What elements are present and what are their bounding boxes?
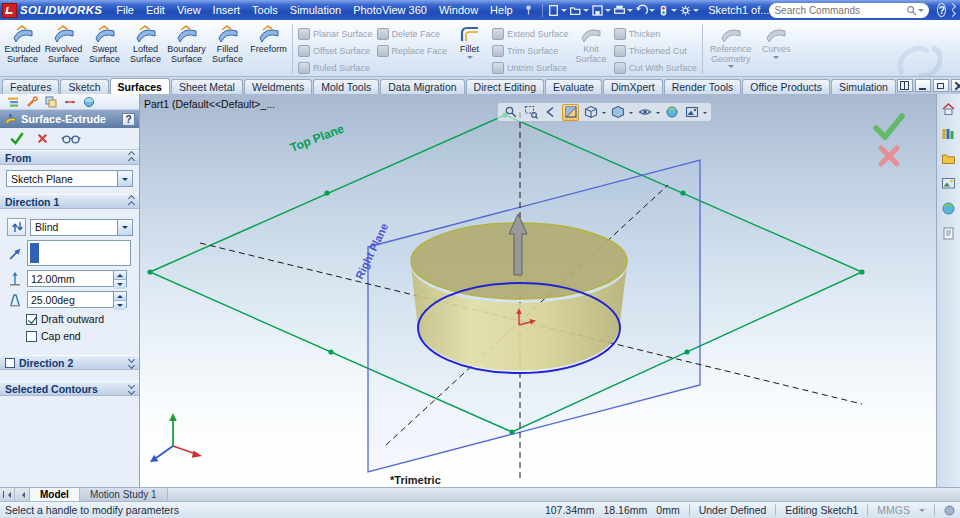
start-condition-dropdown[interactable]: Sketch Plane [6,170,133,187]
thickened-cut-button[interactable]: Thickened Cut [614,44,697,57]
menu-edit[interactable]: Edit [140,1,171,19]
menu-insert[interactable]: Insert [207,1,247,19]
extend-surface-button[interactable]: Extend Surface [492,27,569,40]
tab-sketch[interactable]: Sketch [60,79,108,94]
zoom-fit-icon[interactable] [502,104,519,121]
confirm-ok-icon[interactable] [872,112,906,140]
ok-check-icon[interactable] [9,131,24,146]
direction1-section-header[interactable]: Direction 1 [0,194,139,209]
open-icon[interactable] [569,4,589,17]
menu-help[interactable]: Help [484,1,519,19]
featuremanager-tree-icon[interactable] [7,96,19,108]
thicken-button[interactable]: Thicken [614,27,697,40]
titlebar-overflow-icon[interactable] [950,4,955,16]
dimxpertmanager-icon[interactable] [64,96,76,108]
close-window-icon[interactable] [951,79,960,92]
quick-tips-icon[interactable] [944,505,955,516]
menu-file[interactable]: File [110,1,140,19]
depth-spinner[interactable] [27,270,127,287]
delete-face-button[interactable]: Delete Face [377,27,448,40]
knit-surface-button[interactable]: Knit Surface [571,22,612,76]
menu-tools[interactable]: Tools [246,1,284,19]
expand-chevron-icon[interactable] [129,357,134,368]
spin-down-button[interactable] [114,279,126,289]
boundary-surface-button[interactable]: Boundary Surface [166,22,207,76]
tab-sheet-metal[interactable]: Sheet Metal [171,79,243,94]
print-icon[interactable] [613,4,633,17]
tab-weldments[interactable]: Weldments [244,79,312,94]
chevron-down-icon[interactable] [919,509,925,515]
untrim-surface-button[interactable]: Untrim Surface [492,61,569,74]
configurationmanager-icon[interactable] [45,96,57,108]
ruled-surface-button[interactable]: Ruled Surface [298,61,373,74]
lofted-surface-button[interactable]: Lofted Surface [125,22,166,76]
trim-surface-button[interactable]: Trim Surface [492,44,569,57]
menu-window[interactable]: Window [433,1,484,19]
spin-up-button[interactable] [114,271,126,279]
chevron-down-icon[interactable] [656,112,660,116]
zoom-area-icon[interactable] [522,104,539,121]
unit-system[interactable]: MMGS [877,504,910,516]
revolved-surface-button[interactable]: Revolved Surface [43,22,84,76]
edit-appearance-icon[interactable] [663,104,680,121]
save-icon[interactable] [591,4,611,17]
swept-surface-button[interactable]: Swept Surface [84,22,125,76]
custom-properties-icon[interactable] [941,226,956,241]
reverse-direction-button[interactable] [7,218,26,236]
section-view-icon[interactable] [562,104,579,121]
menu-simulation[interactable]: Simulation [284,1,347,19]
confirm-cancel-icon[interactable] [877,144,901,168]
toolbar-columns-icon[interactable] [897,79,913,92]
direction2-checkbox[interactable] [5,358,15,368]
tab-mold-tools[interactable]: Mold Tools [313,79,379,94]
cap-end-checkbox[interactable] [26,331,37,342]
previous-view-icon[interactable] [542,104,559,121]
extruded-surface-button[interactable]: Extruded Surface [2,22,43,76]
graphics-viewport[interactable]: Top Plane Right Plane *Trimetric [140,94,936,487]
direction2-section-header[interactable]: Direction 2 [0,355,139,370]
expand-chevron-icon[interactable] [129,383,134,394]
rebuild-icon[interactable] [657,4,677,17]
display-style-icon[interactable] [609,104,626,121]
home-icon[interactable] [941,101,956,116]
collapse-chevron-icon[interactable] [129,152,134,163]
menu-view[interactable]: View [171,1,207,19]
tab-model[interactable]: Model [30,488,80,501]
new-document-icon[interactable] [547,4,567,17]
collapse-chevron-icon[interactable] [129,196,134,207]
freeform-button[interactable]: Freeform [248,22,289,76]
apply-scene-icon[interactable] [683,104,700,121]
offset-surface-button[interactable]: Offset Surface [298,44,373,57]
chevron-down-icon[interactable] [602,112,606,116]
draft-outward-checkbox[interactable] [26,314,37,325]
filled-surface-button[interactable]: Filled Surface [207,22,248,76]
cancel-x-icon[interactable] [36,132,49,145]
spin-down-button[interactable] [114,300,126,310]
end-condition-dropdown[interactable]: Blind [30,219,133,236]
displaymanager-icon[interactable] [83,96,95,108]
view-orientation-icon[interactable] [582,104,599,121]
propertymanager-icon[interactable] [26,96,38,108]
dropdown-arrow-button[interactable] [117,220,132,235]
tab-simulation[interactable]: Simulation [831,79,896,94]
tab-surfaces[interactable]: Surfaces [110,78,170,94]
draft-angle-spinner[interactable] [27,291,127,308]
draft-angle-input[interactable] [28,292,113,307]
tab-evaluate[interactable]: Evaluate [545,79,602,94]
replace-face-button[interactable]: Replace Face [377,44,448,57]
top-plane-label[interactable]: Top Plane [288,121,346,154]
tab-dimxpert[interactable]: DimXpert [603,79,663,94]
tab-data-migration[interactable]: Data Migration [380,79,464,94]
fillet-button[interactable]: Fillet [449,22,490,76]
depth-input[interactable] [28,271,113,286]
minimize-window-icon[interactable] [915,79,931,92]
search-commands-box[interactable] [769,3,929,18]
direction-reference-box[interactable] [27,240,131,266]
curves-button[interactable]: Curves [756,22,797,76]
reference-geometry-button[interactable]: Reference Geometry [706,22,756,76]
tab-features[interactable]: Features [2,79,59,94]
tab-office-products[interactable]: Office Products [742,79,830,94]
design-library-icon[interactable] [941,126,956,141]
chevron-down-icon[interactable] [629,112,633,116]
planar-surface-button[interactable]: Planar Surface [298,27,373,40]
